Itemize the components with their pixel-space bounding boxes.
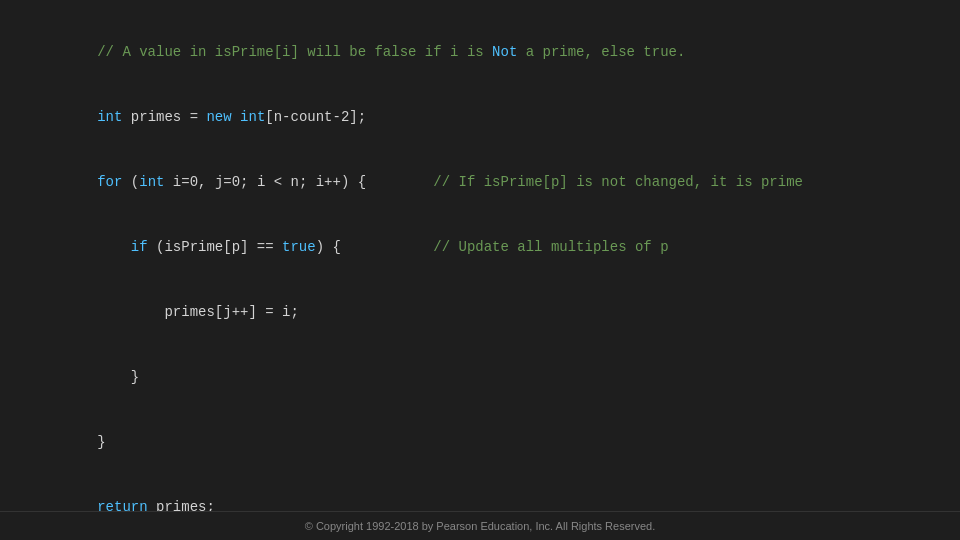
footer-copyright: © Copyright 1992-2018 by Pearson Educati… (0, 511, 960, 540)
code-line-1: // A value in isPrime[i] will be false i… (30, 20, 930, 85)
code-line-2: int primes = new int[n-count-2]; (30, 85, 930, 150)
code-line-8: return primes; (30, 475, 930, 511)
code-block: // A value in isPrime[i] will be false i… (0, 0, 960, 511)
comment-1: // A value in isPrime[i] will be false i… (64, 44, 686, 60)
code-line-7: } (30, 410, 930, 475)
code-line-5: primes[j++] = i; (30, 280, 930, 345)
code-line-6: } (30, 345, 930, 410)
copyright-text: © Copyright 1992-2018 by Pearson Educati… (305, 520, 656, 532)
code-line-4: if (isPrime[p] == true) { // Update all … (30, 215, 930, 280)
code-line-3: for (int i=0, j=0; i < n; i++) { // If i… (30, 150, 930, 215)
